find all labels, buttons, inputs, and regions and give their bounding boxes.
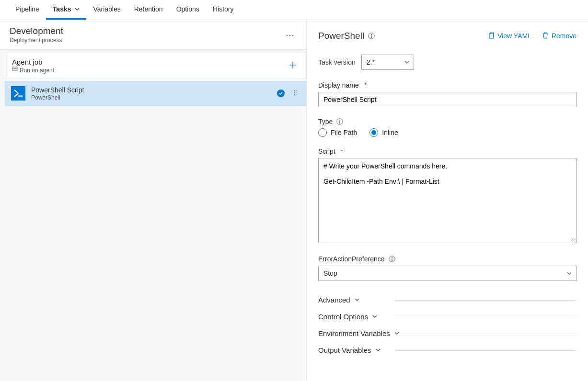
svg-rect-1 [12, 69, 17, 70]
tab-history[interactable]: History [206, 0, 241, 20]
task-version-value: 2.* [367, 58, 375, 66]
section-advanced-label: Advanced [318, 296, 350, 304]
error-pref-select[interactable]: Stop [318, 266, 576, 281]
required-marker: * [341, 147, 343, 155]
chevron-down-icon [372, 313, 378, 321]
svg-rect-12 [489, 34, 494, 38]
agent-job-subtitle: Run on agent [20, 67, 54, 74]
svg-rect-0 [12, 67, 17, 68]
info-icon[interactable] [389, 256, 395, 262]
svg-rect-11 [371, 35, 372, 38]
svg-point-8 [296, 95, 297, 96]
type-filepath-label: File Path [331, 129, 357, 136]
view-yaml-label: View YAML [497, 32, 531, 40]
tab-tasks-label: Tasks [53, 5, 71, 13]
display-name-input[interactable] [318, 92, 576, 107]
stage-more-button[interactable]: ⋯ [284, 30, 297, 40]
section-output-vars[interactable]: Output Variables [318, 342, 576, 359]
task-powershell-row[interactable]: PowerShell Script PowerShell [5, 81, 306, 106]
script-label: Script [318, 147, 335, 155]
section-control-label: Control Options [318, 313, 368, 321]
svg-point-10 [371, 34, 372, 35]
top-tabbar: Pipeline Tasks Variables Retention Optio… [0, 0, 588, 20]
task-list-pane: Development Deployment process ⋯ Agent j… [0, 20, 307, 381]
error-pref-value: Stop [323, 269, 337, 277]
info-icon[interactable] [336, 118, 343, 125]
agent-job-row[interactable]: Agent job Run on agent [5, 53, 306, 79]
chevron-down-icon [354, 296, 360, 304]
tab-retention[interactable]: Retention [127, 0, 170, 20]
trash-icon [542, 32, 549, 40]
tab-variables[interactable]: Variables [86, 0, 127, 20]
tab-tasks[interactable]: Tasks [46, 0, 87, 20]
agent-job-title: Agent job [12, 58, 54, 66]
section-env-label: Environment Variables [318, 329, 390, 337]
stage-title: Development [10, 26, 63, 36]
stage-subtitle: Deployment process [10, 37, 63, 44]
error-pref-label: ErrorActionPreference [318, 255, 385, 263]
tab-options[interactable]: Options [170, 0, 206, 20]
task-valid-icon [277, 90, 285, 97]
section-out-label: Output Variables [318, 346, 371, 354]
panel-title: PowerShell [318, 31, 364, 41]
task-details-pane: PowerShell View YAML Remove [307, 20, 588, 381]
svg-point-6 [296, 93, 297, 94]
chevron-down-icon [75, 7, 80, 12]
chevron-down-icon [566, 270, 572, 278]
section-env-vars[interactable]: Environment Variables [318, 325, 576, 342]
svg-rect-15 [340, 121, 341, 123]
task-version-label: Task version [318, 58, 356, 66]
svg-point-17 [392, 257, 392, 258]
svg-point-7 [294, 95, 295, 96]
info-icon[interactable] [368, 33, 375, 39]
script-textarea[interactable] [318, 158, 576, 243]
add-task-button[interactable] [287, 59, 299, 73]
section-control-options[interactable]: Control Options [318, 308, 576, 325]
pool-icon [12, 67, 18, 74]
type-inline-radio[interactable]: Inline [369, 128, 398, 137]
chevron-down-icon [404, 59, 410, 67]
svg-point-14 [339, 120, 340, 121]
type-label: Type [318, 118, 333, 125]
view-yaml-button[interactable]: View YAML [488, 32, 531, 40]
copy-icon [488, 32, 495, 40]
display-name-label: Display name [318, 81, 359, 89]
chevron-down-icon [394, 329, 400, 337]
stage-header: Development Deployment process ⋯ [0, 20, 306, 50]
remove-button[interactable]: Remove [542, 32, 576, 40]
remove-label: Remove [552, 32, 576, 40]
task-subtitle: PowerShell [31, 94, 271, 101]
section-advanced[interactable]: Advanced [318, 291, 576, 308]
type-inline-label: Inline [382, 129, 398, 136]
tab-pipeline[interactable]: Pipeline [9, 0, 46, 20]
task-title: PowerShell Script [31, 86, 271, 94]
svg-point-3 [294, 90, 295, 91]
chevron-down-icon [375, 346, 381, 354]
svg-rect-18 [392, 258, 392, 261]
svg-point-4 [296, 90, 297, 91]
type-filepath-radio[interactable]: File Path [318, 128, 357, 137]
drag-handle-icon[interactable] [290, 90, 300, 97]
powershell-icon [11, 86, 25, 101]
required-marker: * [364, 81, 367, 89]
svg-point-5 [294, 93, 295, 94]
task-version-select[interactable]: 2.* [361, 55, 414, 70]
